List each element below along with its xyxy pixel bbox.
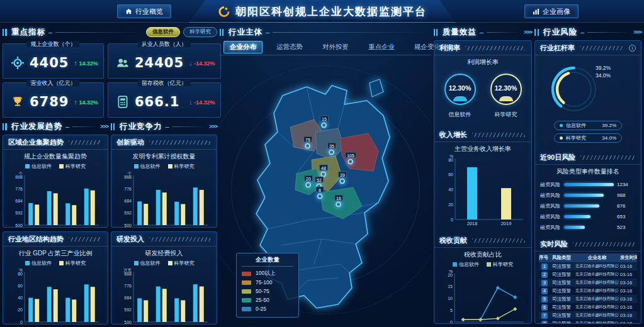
legend-label: 50-75 [256, 288, 269, 294]
map-marker[interactable]: 20 [304, 175, 313, 188]
map-marker[interactable]: 39 [338, 172, 347, 184]
map-legend-rows: 100以上75-10050-7525-500-25 [242, 269, 293, 313]
industry-trend-more-link[interactable]: >>> [100, 123, 108, 130]
metric-card: 营业收入（亿元）6789↑ 14.32% [3, 82, 104, 118]
svg-text:10: 10 [448, 296, 453, 301]
map-marker[interactable]: 8 [316, 187, 324, 199]
metric-delta: ↑ 14.32% [74, 59, 99, 67]
risk-count-value: 1234 [617, 182, 636, 187]
page-title: 朝阳区科创规上企业大数据监测平台 [235, 4, 427, 19]
competitiveness-title: 行业竞争力 [120, 121, 162, 132]
date-cell: 03-16 [620, 272, 637, 277]
svg-text:2019: 2019 [501, 221, 512, 226]
chart-title: 利润增长率 [434, 55, 531, 67]
svg-text:%: % [449, 269, 453, 274]
risk-type-cell: 司法预警 [552, 296, 574, 302]
map-marker[interactable]: 105 [345, 152, 356, 165]
legend-item: 科学研究 [168, 260, 195, 267]
risk90-bars: 融资风险1234融资风险988融资风险876融资风险653融资风险523 [535, 177, 641, 233]
competitiveness-more-link[interactable]: >>> [209, 123, 217, 130]
gauge-value: 12.30% [495, 84, 517, 92]
table-row[interactable]: 1司法预警北京启迪卓越科技有限公司03-16 [539, 262, 637, 270]
key-metrics-title: 重点指标 [11, 27, 45, 38]
map-marker[interactable]: 16 [334, 195, 343, 208]
company-cell: 北京启迪卓越科技有限公司 [575, 263, 619, 269]
svg-text:2017: 2017 [155, 323, 166, 324]
metric-card-label: 规上企业数（个） [3, 40, 103, 48]
risk-type-cell: 司法预警 [552, 304, 574, 311]
svg-text:776: 776 [124, 187, 132, 191]
nav-enterprise-portrait-button[interactable]: 企业画像 [524, 4, 579, 18]
bar-track [564, 226, 614, 229]
table-header-row: 序号风险类型企业名称发生时间 [539, 253, 637, 262]
map-marker[interactable]: 15 [320, 116, 329, 128]
svg-text:2018: 2018 [492, 323, 503, 324]
svg-text:592: 592 [124, 308, 132, 312]
map-legend: 企业数量 100以上75-10050-7525-500-25 [236, 253, 299, 318]
section-header: 利润率 [439, 43, 460, 53]
marker-count-label: 16 [334, 195, 343, 201]
legend-label: 25-50 [256, 297, 269, 303]
map-marker[interactable]: 35 [327, 143, 336, 155]
tab-重点企业[interactable]: 重点企业 [363, 42, 400, 53]
tax-icon [116, 95, 130, 109]
gauge-ring: 12.30% [490, 74, 522, 105]
filter-info-software-badge[interactable]: 信息软件 [146, 27, 180, 37]
info-icon[interactable]: i [629, 45, 636, 52]
table-row[interactable]: 4司法预警北京启迪卓越科技有限公司03-16 [539, 287, 637, 295]
map-marker[interactable]: 75 [303, 136, 312, 149]
district-map[interactable]: 15753510548392052816 企业数量 100以上75-10050-… [220, 57, 431, 321]
location-pin-icon [305, 143, 310, 149]
chart-tax-svg: 05101520%2016201720182019 [438, 269, 528, 324]
risk-count-value: 653 [617, 214, 636, 219]
nav-left-label: 行业概览 [135, 7, 163, 16]
tab-对外投资[interactable]: 对外投资 [317, 42, 354, 53]
table-row[interactable]: 2司法预警北京启迪卓越科技有限公司03-16 [539, 270, 637, 279]
legend-swatch [453, 262, 457, 267]
quality-more-link[interactable]: >>> [524, 29, 532, 35]
svg-text:2019: 2019 [84, 323, 95, 324]
nav-industry-overview-button[interactable]: 行业概览 [117, 4, 171, 18]
legend-dot-icon [560, 136, 563, 140]
table-row[interactable]: 3司法预警北京启迪卓越科技有限公司03-16 [539, 279, 637, 287]
tab-运营态势[interactable]: 运营态势 [271, 42, 308, 53]
panel-header-icon [534, 29, 540, 36]
tab-企业分布[interactable]: 企业分布 [223, 41, 263, 53]
table-row[interactable]: 6司法预警北京启迪卓越科技有限公司03-16 [539, 303, 637, 311]
map-marker[interactable]: 48 [319, 165, 328, 177]
chart-title: 主营业务收入增长率 [434, 142, 531, 154]
risk-title: 行业风险 [543, 27, 577, 38]
location-pin-icon [329, 150, 334, 155]
down-arrow-icon: ↓ [189, 59, 193, 67]
date-cell: 03-16 [620, 304, 637, 310]
table-row[interactable]: 5司法预警北京启迪卓越科技有限公司03-16 [539, 295, 637, 303]
legend-label: 信息软件 [566, 122, 586, 129]
legend-item: 信息软件 [25, 163, 52, 170]
section-header: 行业杠杆率 [540, 43, 575, 53]
risk-more-link[interactable]: >>> [633, 29, 641, 35]
metric-delta: ↓ -14.32% [189, 98, 217, 106]
income-section: 收入增长 主营业务收入增长率 020406080%20182019 [434, 128, 531, 227]
metric-value: 4405 [30, 55, 69, 70]
table-row[interactable]: 7司法预警北京启迪卓越科技有限公司03-16 [539, 311, 637, 319]
gauge-fill-icon [453, 96, 467, 101]
filter-science-research-badge[interactable]: 科学研究 [183, 27, 217, 37]
legend-swatch [25, 164, 30, 169]
row-index-badge: 4 [541, 288, 548, 294]
section-header: 实时风险 [540, 240, 568, 249]
legend-swatch [242, 280, 251, 285]
staff-icon [116, 56, 130, 70]
rnd-chart: 信息软件科学研究500592684776868万元201620172018201… [111, 258, 217, 324]
row-index-badge: 2 [541, 272, 548, 278]
tax-section: 税收贡献 税收贡献占比 信息软件科学研究05101520%20162017201… [434, 233, 531, 324]
legend-swatch [168, 164, 172, 169]
table-row[interactable]: 8司法预警北京启迪卓越科技有限公司03-16 [539, 319, 637, 324]
location-pin-icon [348, 159, 354, 165]
legend-item: 信息软件 [134, 163, 161, 170]
map-legend-item: 25-50 [242, 296, 293, 304]
gauge-label: 信息软件 [449, 111, 472, 119]
chart-title: 发明专利累计授权数量 [111, 150, 217, 162]
industry-trend-title: 行业发展趋势 [11, 121, 62, 132]
risk-rank-row: 融资风险653 [540, 211, 636, 222]
svg-text:684: 684 [124, 296, 132, 300]
